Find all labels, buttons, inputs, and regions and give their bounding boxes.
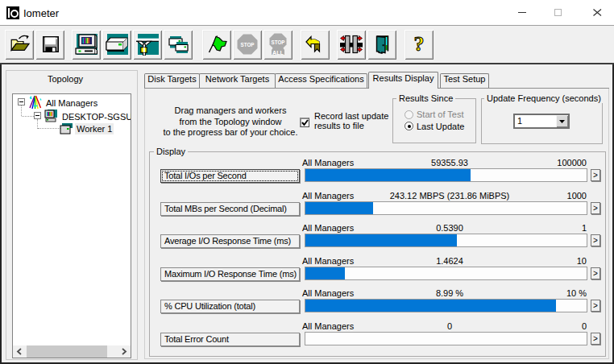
svg-text:?: ? bbox=[414, 32, 425, 56]
svg-text:STOP: STOP bbox=[241, 41, 255, 48]
svg-text:STOP: STOP bbox=[272, 39, 285, 46]
svg-text:ALL: ALL bbox=[272, 49, 284, 56]
